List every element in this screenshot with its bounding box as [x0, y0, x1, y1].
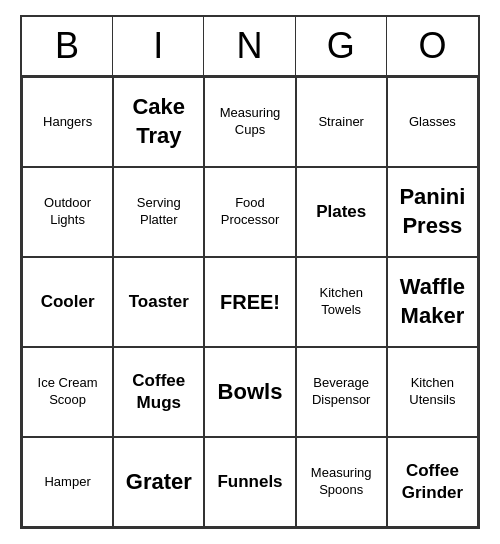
bingo-cell: Measuring Spoons [296, 437, 387, 527]
bingo-cell: Funnels [204, 437, 295, 527]
bingo-cell: Coffee Grinder [387, 437, 478, 527]
bingo-cell: FREE! [204, 257, 295, 347]
header-letter: B [22, 17, 113, 75]
bingo-cell: Plates [296, 167, 387, 257]
header-letter: N [204, 17, 295, 75]
bingo-cell: Food Processor [204, 167, 295, 257]
bingo-cell: Cake Tray [113, 77, 204, 167]
header-letter: O [387, 17, 478, 75]
bingo-cell: Serving Platter [113, 167, 204, 257]
bingo-cell: Bowls [204, 347, 295, 437]
bingo-cell: Kitchen Utensils [387, 347, 478, 437]
bingo-cell: Strainer [296, 77, 387, 167]
bingo-cell: Kitchen Towels [296, 257, 387, 347]
bingo-cell: Grater [113, 437, 204, 527]
bingo-cell: Hangers [22, 77, 113, 167]
bingo-card: BINGO HangersCake TrayMeasuring CupsStra… [20, 15, 480, 529]
bingo-grid: HangersCake TrayMeasuring CupsStrainerGl… [22, 77, 478, 527]
bingo-cell: Outdoor Lights [22, 167, 113, 257]
bingo-cell: Ice Cream Scoop [22, 347, 113, 437]
bingo-cell: Hamper [22, 437, 113, 527]
bingo-header: BINGO [22, 17, 478, 77]
bingo-cell: Cooler [22, 257, 113, 347]
bingo-cell: Beverage Dispensor [296, 347, 387, 437]
bingo-cell: Toaster [113, 257, 204, 347]
bingo-cell: Coffee Mugs [113, 347, 204, 437]
bingo-cell: Panini Press [387, 167, 478, 257]
bingo-cell: Glasses [387, 77, 478, 167]
bingo-cell: Waffle Maker [387, 257, 478, 347]
bingo-cell: Measuring Cups [204, 77, 295, 167]
header-letter: G [296, 17, 387, 75]
header-letter: I [113, 17, 204, 75]
